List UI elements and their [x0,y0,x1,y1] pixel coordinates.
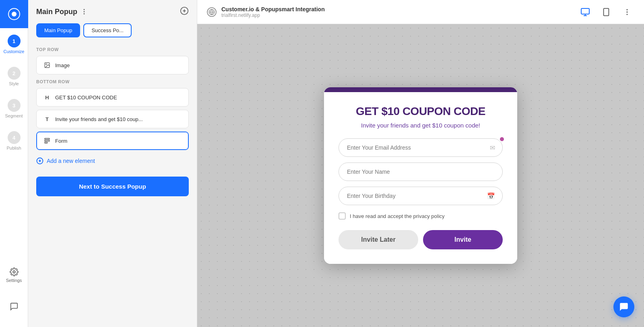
svg-point-3 [84,9,85,10]
more-options-icon[interactable] [80,8,88,15]
site-globe-icon [207,7,217,17]
email-field-wrap: ✉ [339,138,503,157]
panel-title: Main Popup [36,8,88,16]
birthday-field-wrap: 📅 [339,187,503,205]
privacy-policy-row: I have read and accept the privacy polic… [339,211,503,221]
canvas-toolbar: Customer.io & Popupsmart Integration tri… [197,0,644,24]
text-icon: T [43,115,51,123]
svg-rect-19 [581,8,589,14]
invite-button[interactable]: Invite [423,230,503,249]
name-field-wrap [339,162,503,181]
calendar-icon: 📅 [487,192,495,200]
chat-fab-button[interactable] [613,296,634,317]
heading-icon: H [43,93,51,101]
panel-header: Main Popup [28,0,197,23]
tab-success-popup[interactable]: Success Po... [83,23,131,37]
step-2-circle: 2 [8,67,21,80]
svg-point-10 [46,64,47,65]
svg-rect-11 [45,138,50,140]
svg-point-25 [627,12,627,12]
add-element-button[interactable]: Add a new element [28,152,197,170]
settings-button[interactable]: Settings [0,261,28,289]
step-3-circle: 3 [8,99,21,112]
step-1-circle: 1 [8,35,21,47]
svg-point-1 [12,12,17,16]
svg-rect-13 [45,142,47,143]
name-input[interactable] [339,163,502,181]
chat-icon-sidebar[interactable] [0,292,28,321]
step-4-publish[interactable]: 4 Publish [0,125,28,157]
svg-point-5 [84,14,85,14]
step-4-circle: 4 [8,131,21,144]
privacy-label: I have read and accept the privacy polic… [350,213,445,219]
popup-action-buttons: Invite Later Invite [339,230,503,249]
left-panel: Main Popup Main Popup Success Po... TOP … [28,0,197,327]
next-to-success-popup-button[interactable]: Next to Success Popup [36,177,189,196]
site-info-section: Customer.io & Popupsmart Integration tri… [207,6,325,18]
device-selector [578,5,634,19]
popup-preview: GET $10 COUPON CODE Invite your friends … [324,87,517,264]
tab-main-popup[interactable]: Main Popup [36,23,80,37]
popup-body: GET $10 COUPON CODE Invite your friends … [324,92,517,264]
email-icon: ✉ [490,144,495,152]
svg-rect-12 [45,140,50,142]
invite-later-button[interactable]: Invite Later [339,230,418,249]
email-required-dot [499,136,505,142]
step-2-style[interactable]: 2 Style [0,60,28,93]
mobile-view-button[interactable] [599,5,613,19]
popup-title: GET $10 COUPON CODE [339,105,503,118]
heading-element[interactable]: H GET $10 COUPON CODE [36,88,189,107]
image-element[interactable]: Image [36,56,189,74]
privacy-checkbox[interactable] [339,212,346,220]
desktop-view-button[interactable] [578,5,592,19]
step-1-customize[interactable]: 1 Customize [0,28,28,60]
popup-form: ✉ 📅 I have read and accept the pri [339,138,503,249]
sidebar-bottom: Settings [0,261,28,327]
svg-point-24 [627,9,627,10]
panel-tabs: Main Popup Success Po... [28,23,197,44]
more-options-button[interactable] [620,5,634,19]
add-icon [36,157,43,165]
form-element[interactable]: Form [36,132,189,150]
popup-top-bar [324,87,517,92]
svg-point-2 [13,271,15,273]
site-details: Customer.io & Popupsmart Integration tri… [221,6,325,18]
canvas-area: Customer.io & Popupsmart Integration tri… [197,0,644,327]
email-input[interactable] [339,139,502,156]
app-logo[interactable] [0,0,28,28]
bottom-row-label: BOTTOM ROW [28,76,197,86]
svg-point-4 [84,11,85,12]
form-icon [43,137,51,145]
add-element-plus-icon[interactable] [180,6,189,17]
sidebar: 1 Customize 2 Style 3 Segment 4 Publish … [0,0,28,327]
step-3-segment[interactable]: 3 Segment [0,93,28,125]
top-row-label: TOP ROW [28,44,197,54]
text-element[interactable]: T Invite your friends and get $10 coup..… [36,110,189,128]
canvas-content: GET $10 COUPON CODE Invite your friends … [197,24,644,327]
popup-subtitle: Invite your friends and get $10 coupon c… [339,122,503,129]
birthday-input[interactable] [339,187,502,205]
image-icon [43,61,51,69]
svg-point-26 [627,14,627,15]
